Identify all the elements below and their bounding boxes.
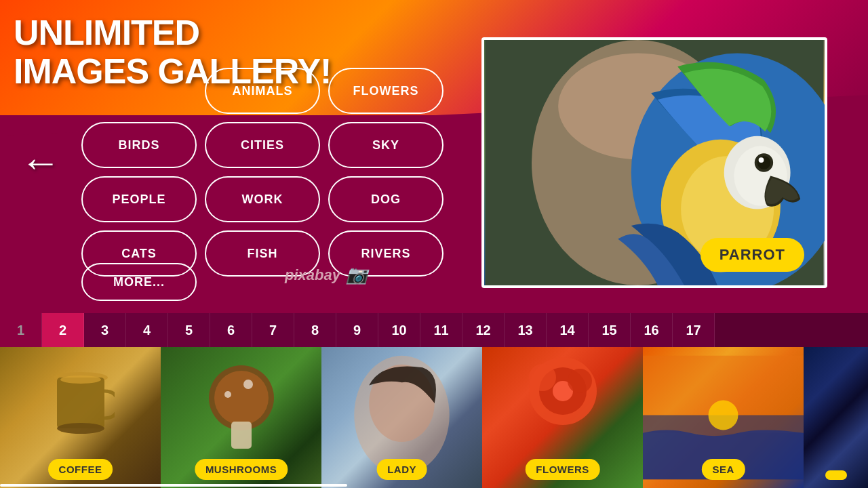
category-btn-animals[interactable]: ANIMALS <box>205 68 320 114</box>
more-button-container: MORE... <box>81 263 197 301</box>
page-number-3[interactable]: 3 <box>84 313 126 347</box>
back-arrow-button[interactable]: ← <box>20 142 61 183</box>
page-number-16[interactable]: 16 <box>631 313 673 347</box>
scrollbar[interactable] <box>0 484 347 487</box>
page-number-4[interactable]: 4 <box>126 313 168 347</box>
page-number-10[interactable]: 10 <box>378 313 420 347</box>
page-number-12[interactable]: 12 <box>462 313 505 347</box>
svg-point-16 <box>214 371 269 425</box>
more-button[interactable]: MORE... <box>81 263 197 301</box>
thumb-lady-label: LADY <box>376 459 427 480</box>
page-number-11[interactable]: 11 <box>420 313 462 347</box>
thumb-blue-label <box>825 470 847 480</box>
page-number-8[interactable]: 8 <box>294 313 336 347</box>
svg-point-9 <box>757 156 771 169</box>
svg-point-13 <box>57 423 104 434</box>
coffee-illustration <box>47 361 115 449</box>
category-btn-work[interactable]: WORK <box>205 176 320 222</box>
thumb-sea[interactable]: SEA <box>643 347 804 488</box>
flowers-illustration <box>522 350 604 452</box>
thumb-flowers-label: FLOWERS <box>525 459 600 480</box>
category-btn-sky[interactable]: SKY <box>328 122 443 168</box>
pixabay-watermark: pixabay 📷 <box>285 264 368 285</box>
thumb-mushroom-label: MUSHROOMS <box>195 459 288 480</box>
svg-point-25 <box>529 364 556 391</box>
thumb-blue-bg <box>804 347 868 488</box>
category-btn-cities[interactable]: CITIES <box>205 122 320 168</box>
thumbnail-strip: COFFEE MUSHROOMS LADY FLOWE <box>0 347 868 488</box>
svg-point-29 <box>709 401 738 430</box>
svg-point-14 <box>60 375 101 384</box>
featured-image[interactable]: PARROT <box>481 37 827 288</box>
thumb-coffee[interactable]: COFFEE <box>0 347 161 488</box>
thumb-coffee-label: COFFEE <box>48 459 113 480</box>
page-number-2[interactable]: 2 <box>42 313 84 347</box>
svg-point-26 <box>568 369 592 393</box>
svg-rect-17 <box>231 422 252 449</box>
category-btn-birds[interactable]: BIRDS <box>81 122 197 168</box>
featured-label: PARROT <box>701 238 804 272</box>
svg-point-10 <box>759 157 764 163</box>
category-btn-people[interactable]: PEOPLE <box>81 176 197 222</box>
thumb-sea-label: SEA <box>701 459 745 480</box>
svg-point-19 <box>243 380 253 389</box>
mushroom-illustration <box>208 357 275 452</box>
page-number-13[interactable]: 13 <box>505 313 547 347</box>
page-number-9[interactable]: 9 <box>336 313 378 347</box>
page-number-5[interactable]: 5 <box>168 313 210 347</box>
category-btn-flowers[interactable]: FLOWERS <box>328 68 443 114</box>
page-number-15[interactable]: 15 <box>589 313 631 347</box>
pagination-container: 1234567891011121314151617 <box>0 313 868 347</box>
svg-rect-12 <box>57 378 104 428</box>
thumb-blue[interactable] <box>804 347 868 488</box>
category-btn-dog[interactable]: DOG <box>328 176 443 222</box>
camera-icon: 📷 <box>346 264 368 285</box>
page-number-17[interactable]: 17 <box>673 313 715 347</box>
thumb-flowers[interactable]: FLOWERS <box>482 347 643 488</box>
page-number-6[interactable]: 6 <box>210 313 252 347</box>
title-line1: UNLIMITED <box>14 14 331 52</box>
thumb-mushroom[interactable]: MUSHROOMS <box>161 347 321 488</box>
page-number-14[interactable]: 14 <box>547 313 589 347</box>
pixabay-text: pixabay <box>285 266 340 284</box>
thumb-lady[interactable]: LADY <box>321 347 482 488</box>
svg-point-18 <box>224 391 231 398</box>
page-number-1[interactable]: 1 <box>0 313 42 347</box>
category-grid: ANIMALS FLOWERS BIRDS CITIES SKY PEOPLE … <box>81 68 443 277</box>
page-number-7[interactable]: 7 <box>252 313 294 347</box>
